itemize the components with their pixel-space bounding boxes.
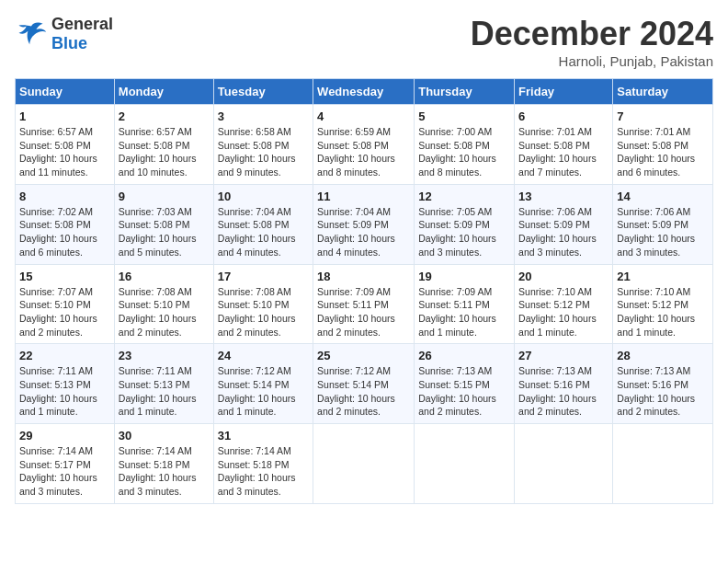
day-number: 1 — [19, 109, 110, 123]
day-number: 4 — [317, 109, 410, 123]
calendar-cell: 23 Sunrise: 7:11 AM Sunset: 5:13 PM Dayl… — [114, 344, 213, 424]
page-header: General Blue December 2024 Harnoli, Punj… — [15, 15, 713, 69]
col-saturday: Saturday — [613, 79, 713, 105]
day-info: Sunrise: 7:14 AM Sunset: 5:18 PM Dayligh… — [218, 444, 309, 499]
day-number: 10 — [218, 190, 309, 203]
calendar-cell: 30 Sunrise: 7:14 AM Sunset: 5:18 PM Dayl… — [114, 424, 213, 504]
calendar-week-row: 1 Sunrise: 6:57 AM Sunset: 5:08 PM Dayli… — [16, 105, 713, 185]
day-number: 20 — [518, 270, 609, 283]
calendar-cell: 22 Sunrise: 7:11 AM Sunset: 5:13 PM Dayl… — [16, 344, 115, 424]
day-info: Sunrise: 7:12 AM Sunset: 5:14 PM Dayligh… — [218, 364, 309, 419]
calendar-cell: 31 Sunrise: 7:14 AM Sunset: 5:18 PM Dayl… — [213, 424, 313, 504]
month-title: December 2024 — [471, 15, 713, 53]
calendar-cell: 2 Sunrise: 6:57 AM Sunset: 5:08 PM Dayli… — [114, 105, 213, 185]
day-info: Sunrise: 7:06 AM Sunset: 5:09 PM Dayligh… — [617, 205, 709, 259]
day-number: 6 — [518, 109, 609, 123]
day-number: 8 — [19, 190, 110, 203]
day-number: 24 — [218, 349, 309, 362]
day-number: 22 — [19, 349, 110, 362]
day-info: Sunrise: 7:07 AM Sunset: 5:10 PM Dayligh… — [19, 285, 110, 339]
day-info: Sunrise: 7:08 AM Sunset: 5:10 PM Dayligh… — [218, 285, 309, 339]
calendar-cell: 21 Sunrise: 7:10 AM Sunset: 5:12 PM Dayl… — [613, 264, 713, 344]
day-info: Sunrise: 6:59 AM Sunset: 5:08 PM Dayligh… — [317, 125, 410, 179]
day-info: Sunrise: 7:02 AM Sunset: 5:08 PM Dayligh… — [19, 205, 110, 259]
calendar-cell: 7 Sunrise: 7:01 AM Sunset: 5:08 PM Dayli… — [613, 105, 713, 185]
calendar-cell: 28 Sunrise: 7:13 AM Sunset: 5:16 PM Dayl… — [613, 344, 713, 424]
day-info: Sunrise: 7:14 AM Sunset: 5:17 PM Dayligh… — [19, 444, 110, 499]
col-tuesday: Tuesday — [213, 79, 313, 105]
calendar-cell: 26 Sunrise: 7:13 AM Sunset: 5:15 PM Dayl… — [415, 344, 515, 424]
day-info: Sunrise: 7:09 AM Sunset: 5:11 PM Dayligh… — [317, 285, 410, 339]
calendar-cell: 17 Sunrise: 7:08 AM Sunset: 5:10 PM Dayl… — [213, 264, 313, 344]
day-info: Sunrise: 6:58 AM Sunset: 5:08 PM Dayligh… — [218, 125, 309, 179]
calendar-cell: 9 Sunrise: 7:03 AM Sunset: 5:08 PM Dayli… — [114, 184, 213, 264]
day-number: 23 — [119, 349, 210, 362]
calendar-cell: 15 Sunrise: 7:07 AM Sunset: 5:10 PM Dayl… — [16, 264, 115, 344]
day-number: 5 — [418, 109, 510, 123]
calendar-cell: 11 Sunrise: 7:04 AM Sunset: 5:09 PM Dayl… — [313, 184, 415, 264]
day-info: Sunrise: 7:11 AM Sunset: 5:13 PM Dayligh… — [119, 364, 210, 419]
day-info: Sunrise: 7:08 AM Sunset: 5:10 PM Dayligh… — [119, 285, 210, 339]
title-block: December 2024 Harnoli, Punjab, Pakistan — [471, 15, 713, 69]
day-info: Sunrise: 7:11 AM Sunset: 5:13 PM Dayligh… — [19, 364, 110, 419]
day-number: 16 — [119, 270, 210, 283]
day-number: 28 — [617, 349, 709, 362]
day-number: 27 — [518, 349, 609, 362]
day-number: 13 — [518, 190, 609, 203]
day-number: 12 — [418, 190, 510, 203]
day-number: 11 — [317, 190, 410, 203]
day-info: Sunrise: 7:10 AM Sunset: 5:12 PM Dayligh… — [617, 285, 709, 339]
calendar-cell: 16 Sunrise: 7:08 AM Sunset: 5:10 PM Dayl… — [114, 264, 213, 344]
calendar-cell: 13 Sunrise: 7:06 AM Sunset: 5:09 PM Dayl… — [515, 184, 613, 264]
day-info: Sunrise: 7:04 AM Sunset: 5:08 PM Dayligh… — [218, 205, 309, 259]
calendar-cell: 5 Sunrise: 7:00 AM Sunset: 5:08 PM Dayli… — [415, 105, 515, 185]
logo: General Blue — [15, 15, 113, 53]
calendar-cell — [415, 424, 515, 504]
calendar-table: Sunday Monday Tuesday Wednesday Thursday… — [15, 78, 713, 504]
calendar-cell: 18 Sunrise: 7:09 AM Sunset: 5:11 PM Dayl… — [313, 264, 415, 344]
day-number: 29 — [19, 429, 110, 442]
calendar-week-row: 29 Sunrise: 7:14 AM Sunset: 5:17 PM Dayl… — [16, 424, 713, 504]
col-friday: Friday — [515, 79, 613, 105]
day-info: Sunrise: 7:09 AM Sunset: 5:11 PM Dayligh… — [418, 285, 510, 339]
logo-icon — [15, 19, 48, 49]
calendar-cell — [515, 424, 613, 504]
day-info: Sunrise: 7:12 AM Sunset: 5:14 PM Dayligh… — [317, 364, 410, 419]
col-sunday: Sunday — [16, 79, 115, 105]
day-info: Sunrise: 7:03 AM Sunset: 5:08 PM Dayligh… — [119, 205, 210, 259]
calendar-cell: 25 Sunrise: 7:12 AM Sunset: 5:14 PM Dayl… — [313, 344, 415, 424]
calendar-cell: 27 Sunrise: 7:13 AM Sunset: 5:16 PM Dayl… — [515, 344, 613, 424]
calendar-cell: 12 Sunrise: 7:05 AM Sunset: 5:09 PM Dayl… — [415, 184, 515, 264]
calendar-header-row: Sunday Monday Tuesday Wednesday Thursday… — [16, 79, 713, 105]
calendar-cell: 14 Sunrise: 7:06 AM Sunset: 5:09 PM Dayl… — [613, 184, 713, 264]
day-info: Sunrise: 7:13 AM Sunset: 5:15 PM Dayligh… — [418, 364, 510, 419]
calendar-cell: 29 Sunrise: 7:14 AM Sunset: 5:17 PM Dayl… — [16, 424, 115, 504]
day-number: 21 — [617, 270, 709, 283]
calendar-cell: 6 Sunrise: 7:01 AM Sunset: 5:08 PM Dayli… — [515, 105, 613, 185]
day-info: Sunrise: 7:00 AM Sunset: 5:08 PM Dayligh… — [418, 125, 510, 179]
calendar-cell: 10 Sunrise: 7:04 AM Sunset: 5:08 PM Dayl… — [213, 184, 313, 264]
col-wednesday: Wednesday — [313, 79, 415, 105]
day-number: 2 — [119, 109, 210, 123]
day-number: 19 — [418, 270, 510, 283]
day-info: Sunrise: 7:06 AM Sunset: 5:09 PM Dayligh… — [518, 205, 609, 259]
calendar-cell: 3 Sunrise: 6:58 AM Sunset: 5:08 PM Dayli… — [213, 105, 313, 185]
day-number: 3 — [218, 109, 309, 123]
calendar-week-row: 8 Sunrise: 7:02 AM Sunset: 5:08 PM Dayli… — [16, 184, 713, 264]
day-number: 15 — [19, 270, 110, 283]
day-number: 17 — [218, 270, 309, 283]
day-info: Sunrise: 6:57 AM Sunset: 5:08 PM Dayligh… — [119, 125, 210, 179]
day-number: 26 — [418, 349, 510, 362]
calendar-cell: 24 Sunrise: 7:12 AM Sunset: 5:14 PM Dayl… — [213, 344, 313, 424]
day-number: 30 — [119, 429, 210, 442]
logo-text: General Blue — [51, 15, 113, 53]
day-number: 18 — [317, 270, 410, 283]
day-info: Sunrise: 7:01 AM Sunset: 5:08 PM Dayligh… — [518, 125, 609, 179]
day-info: Sunrise: 7:13 AM Sunset: 5:16 PM Dayligh… — [518, 364, 609, 419]
calendar-body: 1 Sunrise: 6:57 AM Sunset: 5:08 PM Dayli… — [16, 105, 713, 504]
day-info: Sunrise: 6:57 AM Sunset: 5:08 PM Dayligh… — [19, 125, 110, 179]
calendar-cell — [313, 424, 415, 504]
calendar-cell: 19 Sunrise: 7:09 AM Sunset: 5:11 PM Dayl… — [415, 264, 515, 344]
calendar-cell: 4 Sunrise: 6:59 AM Sunset: 5:08 PM Dayli… — [313, 105, 415, 185]
day-info: Sunrise: 7:04 AM Sunset: 5:09 PM Dayligh… — [317, 205, 410, 259]
